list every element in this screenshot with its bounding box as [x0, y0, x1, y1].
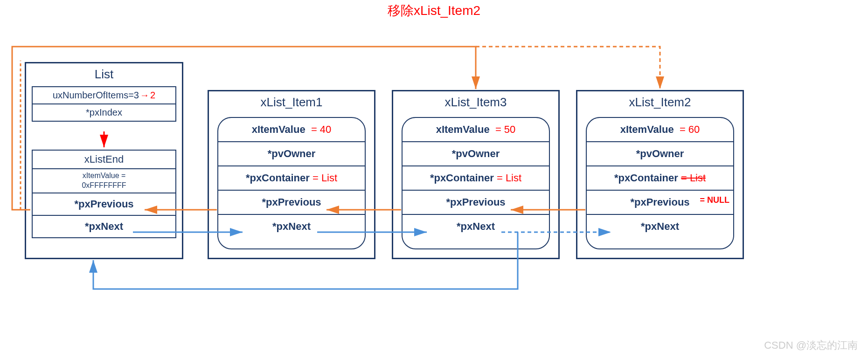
xlistend-pxnext: *pxNext [33, 216, 175, 237]
list-numberofitems: uxNumberOfItems=32 [33, 87, 175, 104]
item1-value: xItemValue = 40 [218, 118, 365, 142]
item3-pxcontainer: *pxContainer = List [403, 166, 549, 191]
item2-value: xItemValue = 60 [587, 118, 733, 142]
item2-null-label: = NULL [700, 195, 729, 205]
item2-fields: xItemValue = 60 *pvOwner *pxContainer = … [586, 117, 734, 249]
item1-box: xList_Item1 xItemValue = 40 *pvOwner *px… [208, 90, 375, 259]
xlistend-title: xListEnd [33, 151, 175, 169]
item2-title: xList_Item2 [577, 95, 743, 110]
diagram-title: 移除xList_Item2 [388, 2, 480, 20]
item1-pxprevious: *pxPrevious [218, 191, 365, 215]
item3-value: xItemValue = 50 [403, 118, 549, 142]
item1-pxcontainer: *pxContainer = List [218, 166, 365, 191]
item2-pxcontainer: *pxContainer = List [587, 166, 733, 191]
csdn-watermark: CSDN @淡忘的江南 [764, 338, 858, 352]
arrow-end-prev-to-item2-dashed [476, 47, 660, 89]
xlistend-pxprevious: *pxPrevious [33, 193, 175, 216]
item3-title: xList_Item3 [393, 95, 558, 110]
item3-pvowner: *pvOwner [403, 142, 549, 166]
item3-fields: xItemValue = 50 *pvOwner *pxContainer = … [402, 117, 550, 249]
item3-pxprevious: *pxPrevious [403, 191, 549, 215]
item2-box: xList_Item2 xItemValue = 60 *pvOwner *px… [576, 90, 744, 259]
list-struct-box: List uxNumberOfItems=32 *pxIndex xListEn… [25, 62, 183, 259]
xlistend-box: xListEnd xItemValue =0xFFFFFFFF *pxPrevi… [32, 150, 176, 238]
item1-pvowner: *pvOwner [218, 142, 365, 166]
item3-box: xList_Item3 xItemValue = 50 *pvOwner *px… [392, 90, 560, 259]
item1-title: xList_Item1 [209, 95, 374, 110]
item2-pvowner: *pvOwner [587, 142, 733, 166]
item1-pxnext: *pxNext [218, 215, 365, 238]
xlistend-value: xItemValue =0xFFFFFFFF [33, 169, 175, 193]
item2-pxnext: *pxNext [587, 215, 733, 238]
list-fields: uxNumberOfItems=32 *pxIndex [32, 86, 176, 122]
item3-pxnext: *pxNext [403, 215, 549, 238]
list-pxindex: *pxIndex [33, 104, 175, 121]
item1-fields: xItemValue = 40 *pvOwner *pxContainer = … [217, 117, 366, 249]
list-title: List [26, 67, 182, 82]
